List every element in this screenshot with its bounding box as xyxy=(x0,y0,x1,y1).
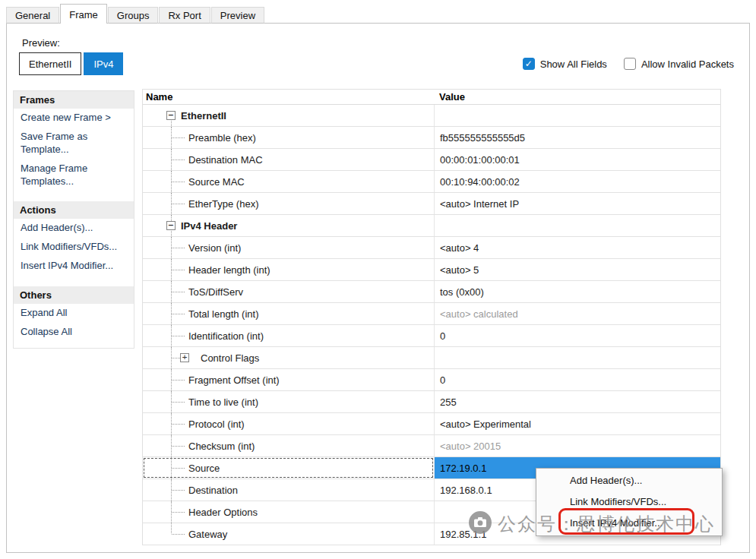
field-name: Destination xyxy=(188,485,238,496)
field-value-cell[interactable]: <auto> Experimental xyxy=(434,413,720,434)
checkbox-icon: ✓ xyxy=(523,58,535,70)
expand-icon[interactable]: + xyxy=(180,353,189,362)
field-value: <auto> calculated xyxy=(440,308,518,320)
table-row-destination-mac[interactable]: Destination MAC00:00:01:00:00:01 xyxy=(143,149,720,171)
table-row-checksum-int[interactable]: Checksum (int)<auto> 20015 xyxy=(143,435,720,457)
field-value-cell[interactable] xyxy=(434,105,720,126)
options: ✓Show All FieldsAllow Invalid Packets xyxy=(523,58,734,70)
field-value-cell[interactable]: <auto> 5 xyxy=(434,259,720,280)
table-row-total-length-int[interactable]: Total length (int)<auto> calculated xyxy=(143,303,720,325)
sidebar-item-save-frame-as-template[interactable]: Save Frame as Template... xyxy=(14,128,134,159)
field-value: 192.85.1.1 xyxy=(440,529,486,540)
field-value-cell[interactable]: <auto> 4 xyxy=(434,237,720,258)
field-value-cell[interactable] xyxy=(434,347,720,368)
sidebar-item-collapse-all[interactable]: Collapse All xyxy=(14,323,134,342)
preview-ipv4-button[interactable]: IPv4 xyxy=(84,52,123,75)
field-name-cell: Destination xyxy=(143,479,434,501)
frame-editor-window: GeneralFrameGroupsRx PortPreview Preview… xyxy=(0,0,756,559)
field-name-cell: Time to live (int) xyxy=(143,391,434,412)
sidebar-item-link-modifiers-vfds[interactable]: Link Modifiers/VFDs... xyxy=(14,238,134,257)
field-name-cell: Destination MAC xyxy=(143,149,434,170)
table-row-source-mac[interactable]: Source MAC00:10:94:00:00:02 xyxy=(143,171,720,193)
field-value-cell[interactable]: <auto> 20015 xyxy=(434,435,720,456)
checkbox-label: Allow Invalid Packets xyxy=(641,58,734,70)
column-header-name: Name xyxy=(143,91,434,103)
field-name-cell: −IPv4 Header xyxy=(143,215,434,236)
field-name-cell: Protocol (int) xyxy=(143,413,434,434)
field-value: <auto> 5 xyxy=(440,264,479,276)
table-header: Name Value xyxy=(143,90,720,105)
sidebar-section-others: Others xyxy=(14,286,134,304)
collapse-icon[interactable]: − xyxy=(166,111,176,120)
menu-item-add-header-s[interactable]: Add Header(s)... xyxy=(538,470,720,491)
field-name: Time to live (int) xyxy=(188,396,258,408)
tab-frame[interactable]: Frame xyxy=(60,4,107,24)
table-row-version-int[interactable]: Version (int)<auto> 4 xyxy=(143,237,720,259)
field-value-cell[interactable]: tos (0x00) xyxy=(434,281,720,302)
field-value: 00:00:01:00:00:01 xyxy=(440,154,520,166)
tab-preview[interactable]: Preview xyxy=(211,7,264,24)
sidebar-item-add-header-s[interactable]: Add Header(s)... xyxy=(14,219,134,238)
table-row-identification-int[interactable]: Identification (int)0 xyxy=(143,325,720,347)
tab-general[interactable]: General xyxy=(6,7,59,24)
allow-invalid-packets-checkbox[interactable]: Allow Invalid Packets xyxy=(624,58,734,70)
sidebar-item-insert-ipv4-modifier[interactable]: Insert IPv4 Modifier... xyxy=(14,257,134,276)
checkbox-label: Show All Fields xyxy=(540,58,607,70)
show-all-fields-checkbox[interactable]: ✓Show All Fields xyxy=(523,58,607,70)
field-name: Total length (int) xyxy=(188,308,259,320)
field-value: <auto> Experimental xyxy=(440,418,531,430)
tab-groups[interactable]: Groups xyxy=(108,7,159,24)
field-name: EtherType (hex) xyxy=(188,198,259,210)
checkbox-icon xyxy=(624,58,636,70)
field-name: Version (int) xyxy=(188,242,241,254)
field-name-cell: +Control Flags xyxy=(143,347,434,368)
field-name-cell: −EthernetII xyxy=(143,105,434,126)
field-name-cell: Total length (int) xyxy=(143,303,434,324)
field-value: 00:10:94:00:00:02 xyxy=(440,176,520,188)
field-value-cell[interactable]: <auto> calculated xyxy=(434,303,720,324)
field-name-cell: Header Options xyxy=(143,501,434,523)
field-name: Source xyxy=(188,463,220,474)
field-value-cell[interactable]: 0 xyxy=(434,369,720,390)
preview-ethernetii-button[interactable]: EthernetII xyxy=(19,52,81,75)
field-value-cell[interactable]: <auto> Internet IP xyxy=(434,193,720,214)
field-name: Identification (int) xyxy=(188,330,264,342)
field-value-cell[interactable]: fb555555555555d5 xyxy=(434,127,720,148)
table-row-ethertype-hex[interactable]: EtherType (hex)<auto> Internet IP xyxy=(143,193,720,215)
field-value-cell[interactable] xyxy=(434,215,720,236)
menu-item-insert-ipv4-modifier[interactable]: Insert IPv4 Modifier... xyxy=(538,513,720,534)
sidebar-item-manage-frame-templates[interactable]: Manage Frame Templates... xyxy=(14,159,134,191)
table-row-header-length-int[interactable]: Header length (int)<auto> 5 xyxy=(143,259,720,281)
field-value: 0 xyxy=(440,330,445,342)
table-row-ipv4-header[interactable]: −IPv4 Header xyxy=(143,215,720,237)
table-row-tos-diffserv[interactable]: ToS/DiffServtos (0x00) xyxy=(143,281,720,303)
table-row-protocol-int[interactable]: Protocol (int)<auto> Experimental xyxy=(143,413,720,435)
tab-rx-port[interactable]: Rx Port xyxy=(159,7,210,24)
table-row-ethernetii[interactable]: −EthernetII xyxy=(143,105,720,127)
field-value: <auto> 20015 xyxy=(440,441,501,452)
table-row-control-flags[interactable]: +Control Flags xyxy=(143,347,720,369)
field-value: 172.19.0.1 xyxy=(440,463,486,474)
sidebar-item-expand-all[interactable]: Expand All xyxy=(14,304,134,323)
field-name-cell: Gateway xyxy=(143,523,434,545)
field-value-cell[interactable]: 255 xyxy=(434,391,720,412)
table-row-time-to-live-int[interactable]: Time to live (int)255 xyxy=(143,391,720,413)
field-value-cell[interactable]: 0 xyxy=(434,325,720,346)
field-name-cell: Checksum (int) xyxy=(143,435,434,456)
field-value: 0 xyxy=(440,374,445,386)
sidebar-section-actions: Actions xyxy=(14,201,134,219)
field-value-cell[interactable]: 00:00:01:00:00:01 xyxy=(434,149,720,170)
field-value: <auto> Internet IP xyxy=(440,198,519,210)
tab-bar: GeneralFrameGroupsRx PortPreview xyxy=(6,4,265,24)
field-value: 192.168.0.1 xyxy=(440,485,492,496)
field-value-cell[interactable]: 00:10:94:00:00:02 xyxy=(434,171,720,192)
field-name: Fragment Offset (int) xyxy=(188,374,280,386)
collapse-icon[interactable]: − xyxy=(166,221,176,230)
sidebar-item-create-new-frame[interactable]: Create new Frame > xyxy=(14,109,134,128)
field-name-cell: Preamble (hex) xyxy=(143,127,434,148)
table-row-preamble-hex[interactable]: Preamble (hex)fb555555555555d5 xyxy=(143,127,720,149)
field-name: Header Options xyxy=(188,507,258,518)
field-name-cell: Source xyxy=(143,457,434,478)
menu-item-link-modifiers-vfds[interactable]: Link Modifiers/VFDs... xyxy=(538,491,720,513)
table-row-fragment-offset-int[interactable]: Fragment Offset (int)0 xyxy=(143,369,720,391)
